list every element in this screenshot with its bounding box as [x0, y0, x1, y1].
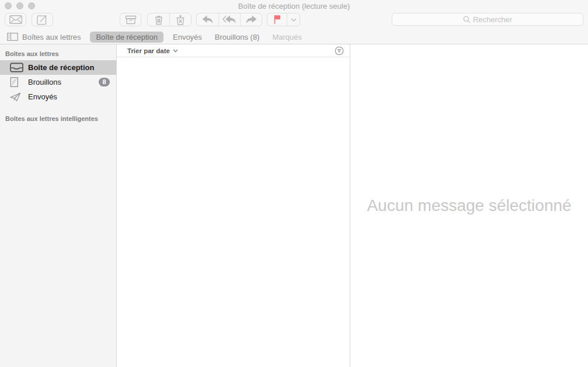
- envelope-icon: [9, 15, 22, 24]
- reply-forward-group: [196, 13, 262, 26]
- sort-chevron-down-icon: [173, 49, 178, 53]
- junk-button[interactable]: [169, 13, 191, 26]
- drafts-icon: [10, 77, 24, 87]
- drafts-count-badge: 8: [99, 78, 110, 86]
- inbox-icon: [10, 63, 24, 72]
- sidebar-item-drafts[interactable]: Brouillons 8: [0, 75, 116, 89]
- archive-icon: [125, 15, 137, 25]
- filter-button[interactable]: [335, 46, 344, 56]
- flag-button[interactable]: [267, 13, 287, 26]
- sidebar-item-label: Brouillons: [28, 78, 61, 86]
- flag-group: [267, 13, 300, 26]
- reply-all-button[interactable]: [218, 13, 240, 26]
- favorites-bar: Boîtes aux lettres Boîte de réception En…: [0, 30, 588, 44]
- window-title: Boîte de réception (lecture seule): [0, 2, 588, 11]
- delete-junk-group: [147, 13, 192, 26]
- no-message-selected-text: Aucun message sélectionné: [367, 196, 571, 215]
- compose-icon: [37, 14, 48, 25]
- main-content: Boîtes aux lettres Boîte de réception: [0, 44, 588, 367]
- search-input[interactable]: Rechercher: [392, 13, 583, 26]
- archive-button[interactable]: [120, 13, 141, 26]
- flag-menu-button[interactable]: [287, 13, 300, 26]
- get-mail-button[interactable]: [5, 13, 26, 26]
- reply-all-icon: [222, 15, 236, 24]
- reply-button[interactable]: [197, 13, 218, 26]
- sidebar-section-mailboxes: Boîtes aux lettres: [0, 49, 116, 60]
- compose-button[interactable]: [32, 13, 53, 26]
- reading-pane: Aucun message sélectionné: [350, 44, 588, 367]
- forward-icon: [245, 15, 258, 24]
- sidebar-toggle-icon: [7, 33, 18, 41]
- chevron-down-icon: [291, 18, 297, 22]
- sent-icon: [10, 92, 24, 102]
- delete-button[interactable]: [148, 13, 169, 26]
- reply-icon: [201, 15, 214, 24]
- favorite-sent[interactable]: Envoyés: [173, 33, 202, 41]
- junk-icon: [176, 15, 185, 25]
- trash-icon: [154, 15, 163, 25]
- toolbar: Rechercher: [0, 12, 588, 30]
- search-icon: [463, 16, 471, 23]
- filter-icon: [335, 46, 344, 56]
- mail-window: Boîte de réception (lecture seule): [0, 0, 588, 367]
- message-list: Trier par date: [117, 44, 350, 367]
- mailbox-list-toggle[interactable]: Boîtes aux lettres: [7, 33, 81, 41]
- sidebar-item-sent[interactable]: Envoyés: [0, 89, 116, 104]
- sidebar-item-inbox[interactable]: Boîte de réception: [0, 60, 116, 75]
- sidebar-section-smart-mailboxes: Boîtes aux lettres intelligentes: [0, 113, 116, 125]
- message-list-sort-bar: Trier par date: [117, 44, 350, 57]
- sidebar-item-label: Boîte de réception: [28, 63, 94, 72]
- sort-by-date-control[interactable]: Trier par date: [127, 47, 170, 54]
- search-placeholder: Rechercher: [473, 15, 512, 24]
- sidebar-item-label: Envoyés: [28, 92, 57, 101]
- flag-icon: [274, 15, 281, 25]
- title-bar: Boîte de réception (lecture seule): [0, 0, 588, 12]
- favorite-drafts[interactable]: Brouillons (8): [215, 33, 260, 41]
- favorite-inbox[interactable]: Boîte de réception: [90, 32, 163, 43]
- mailboxes-label: Boîtes aux lettres: [22, 33, 81, 41]
- forward-button[interactable]: [240, 13, 262, 26]
- favorite-flagged[interactable]: Marqués: [272, 33, 302, 41]
- sidebar: Boîtes aux lettres Boîte de réception: [0, 44, 117, 367]
